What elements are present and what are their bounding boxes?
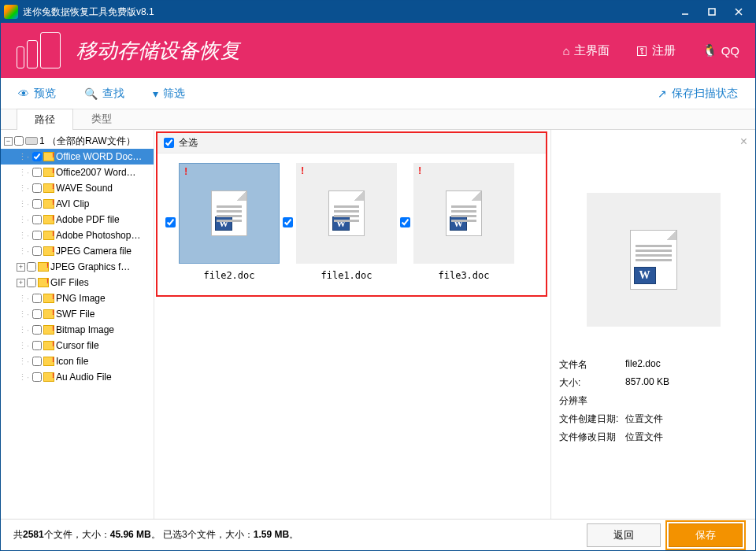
tree-item[interactable]: ⋮·Office WORD Doc…	[1, 149, 154, 165]
select-all-checkbox[interactable]	[164, 138, 174, 148]
file-thumbnail[interactable]: !W	[413, 163, 514, 264]
folder-icon	[43, 309, 54, 319]
folder-icon	[43, 215, 54, 224]
meta-resolution-label: 分辨率	[559, 394, 625, 408]
tree-item[interactable]: +JPEG Graphics f…	[1, 259, 154, 275]
warning-icon: !	[301, 165, 304, 176]
tree-item-label: JPEG Camera file	[56, 246, 132, 257]
tree-item[interactable]: ⋮·JPEG Camera file	[1, 243, 154, 259]
tree-root-label: 1 （全部的RAW文件）	[39, 135, 135, 148]
file-checkbox[interactable]	[283, 217, 293, 227]
tree-branch: ⋮·	[17, 152, 31, 162]
file-thumbnail[interactable]: !W	[296, 163, 397, 264]
tree-item-checkbox[interactable]	[32, 199, 42, 209]
meta-modified-label: 文件修改日期	[559, 431, 625, 444]
warning-icon: !	[184, 165, 187, 177]
collapse-icon[interactable]: −	[4, 137, 13, 146]
tree-item-checkbox[interactable]	[32, 372, 42, 382]
close-panel-button[interactable]: ×	[740, 135, 747, 149]
tree-item-checkbox[interactable]	[32, 325, 42, 335]
tree-root[interactable]: − 1 （全部的RAW文件）	[1, 133, 154, 149]
file-cell[interactable]: !Wfile1.doc	[280, 163, 397, 281]
back-button[interactable]: 返回	[587, 523, 661, 547]
file-cell[interactable]: !Wfile3.doc	[397, 163, 514, 281]
minimize-button[interactable]	[672, 2, 699, 21]
tree-item-checkbox[interactable]	[32, 294, 42, 303]
tree-item-label: Au Audio File	[56, 372, 112, 383]
tree-branch: ⋮·	[17, 168, 31, 178]
tree-item-checkbox[interactable]	[32, 357, 42, 366]
file-checkbox[interactable]	[400, 217, 410, 227]
register-link[interactable]: ⚿注册	[636, 43, 676, 58]
tree-item-label: Icon file	[56, 356, 88, 367]
tree-item[interactable]: ⋮·AVI Clip	[1, 196, 154, 212]
tree-item-checkbox[interactable]	[32, 152, 42, 161]
tree-item-checkbox[interactable]	[32, 309, 42, 319]
meta-size-value: 857.00 KB	[625, 376, 669, 390]
tree-item-label: Adobe PDF file	[56, 214, 120, 225]
tree-item[interactable]: ⋮·Adobe Photoshop…	[1, 227, 154, 243]
tree-item-checkbox[interactable]	[32, 246, 42, 256]
tree-item[interactable]: ⋮·PNG Image	[1, 290, 154, 306]
folder-icon	[43, 152, 54, 161]
file-thumbnail[interactable]: !W	[179, 163, 280, 264]
tree-item[interactable]: ⋮·Bitmap Image	[1, 322, 154, 338]
tree-item-checkbox[interactable]	[32, 215, 42, 224]
file-name: file1.doc	[321, 270, 372, 281]
tree-item-checkbox[interactable]	[32, 231, 42, 240]
filter-button[interactable]: ▾筛选	[153, 87, 185, 101]
file-checkbox[interactable]	[165, 217, 176, 227]
meta-size-label: 大小:	[559, 376, 625, 390]
select-all-row: 全选	[158, 133, 546, 153]
expand-icon[interactable]: +	[17, 263, 25, 272]
tree-branch: ⋮·	[17, 372, 31, 383]
tree-item-checkbox[interactable]	[27, 278, 36, 287]
folder-icon	[43, 183, 54, 193]
close-button[interactable]	[725, 2, 752, 21]
tree-item-checkbox[interactable]	[27, 262, 36, 272]
tree-item-checkbox[interactable]	[32, 168, 42, 177]
app-icon	[4, 5, 18, 19]
find-button[interactable]: 🔍查找	[84, 87, 124, 101]
word-doc-icon: W	[328, 190, 365, 236]
page-heading: 移动存储设备恢复	[76, 37, 563, 65]
tree-item[interactable]: ⋮·Cursor file	[1, 338, 154, 353]
folder-icon	[43, 372, 54, 382]
tab-type[interactable]: 类型	[73, 108, 130, 129]
tree-item[interactable]: ⋮·SWF File	[1, 306, 154, 322]
tab-path[interactable]: 路径	[17, 109, 73, 130]
save-button[interactable]: 保存	[669, 523, 743, 547]
preview-button[interactable]: 👁预览	[18, 87, 56, 101]
tree-item-label: SWF File	[56, 309, 94, 320]
tree-branch: ⋮·	[17, 231, 31, 241]
tree-branch: ⋮·	[17, 357, 31, 367]
expand-icon[interactable]: +	[17, 279, 25, 287]
tree-item-checkbox[interactable]	[32, 341, 42, 350]
tree-item[interactable]: ⋮·WAVE Sound	[1, 180, 154, 196]
folder-icon	[43, 341, 54, 350]
tree-item[interactable]: ⋮·Icon file	[1, 353, 154, 369]
devices-icon	[17, 32, 61, 68]
file-tree[interactable]: − 1 （全部的RAW文件） ⋮·Office WORD Doc…⋮·Offic…	[1, 130, 154, 519]
qq-link[interactable]: 🐧QQ	[702, 43, 739, 58]
maximize-button[interactable]	[699, 2, 725, 21]
file-name: file3.doc	[438, 270, 489, 281]
folder-icon	[43, 168, 54, 177]
tree-item[interactable]: ⋮·Au Audio File	[1, 369, 154, 385]
folder-icon	[43, 357, 54, 366]
folder-icon	[43, 325, 54, 335]
tree-root-checkbox[interactable]	[14, 136, 24, 146]
file-grid: !Wfile2.doc!Wfile1.doc!Wfile3.doc	[158, 153, 546, 295]
tree-item[interactable]: ⋮·Office2007 Word…	[1, 165, 154, 180]
tree-branch: ⋮·	[17, 246, 31, 257]
home-link[interactable]: ⌂主界面	[563, 43, 610, 58]
tree-item-label: JPEG Graphics f…	[50, 261, 130, 272]
file-cell[interactable]: !Wfile2.doc	[162, 163, 280, 281]
tree-item-checkbox[interactable]	[32, 183, 42, 193]
qq-icon: 🐧	[702, 43, 717, 57]
save-scan-button[interactable]: ↗保存扫描状态	[658, 87, 738, 101]
tree-branch: ⋮·	[17, 183, 31, 194]
tree-item[interactable]: ⋮·Adobe PDF file	[1, 212, 154, 227]
tree-item[interactable]: +GIF Files	[1, 275, 154, 290]
status-bar: 共2581个文件，大小：45.96 MB。 已选3个文件，大小：1.59 MB。…	[1, 519, 755, 550]
